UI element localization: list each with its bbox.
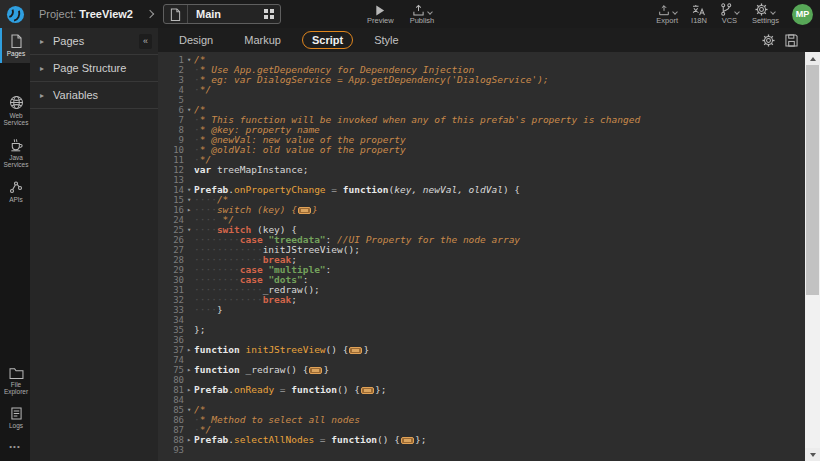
folded-code-icon[interactable] [298,207,311,214]
fold-gutter [184,295,194,305]
rail-label: Pages [7,50,25,57]
tab-script[interactable]: Script [302,31,353,49]
preview-button[interactable]: Preview [367,3,394,25]
line-number: 88 [158,435,184,445]
fold-toggle-icon[interactable]: ▸ [184,345,194,355]
line-number: 27 [158,245,184,255]
app-logo[interactable] [0,0,30,28]
sidebar-item-java-services[interactable]: Java Services [0,132,30,174]
folded-code-icon[interactable] [361,387,374,394]
folded-code-icon[interactable] [401,437,414,444]
logs-icon [11,407,22,420]
code-text: ·*/ [194,85,211,95]
more-options-icon[interactable]: ••• [0,434,30,461]
line-number: 26 [158,235,184,245]
export-button[interactable]: Export [656,3,678,25]
line-number: 7 [158,115,184,125]
scroll-down-button[interactable] [805,448,820,461]
sidebar-item-web-services[interactable]: Web Services [0,89,30,132]
scroll-up-button[interactable] [805,52,820,65]
fold-gutter [184,275,194,285]
editor-tab-bar: Design Markup Script Style [158,28,820,52]
sidebar-item-file-explorer[interactable]: File Explorer [0,361,30,401]
java-services-icon [9,138,24,152]
line-number: 16 [158,205,184,215]
fold-toggle-icon[interactable]: ▾ [184,105,194,115]
line-number: 29 [158,265,184,275]
code-line: 35}; [158,325,820,335]
publish-icon [412,4,425,16]
fold-toggle-icon[interactable]: ▾ [184,55,194,65]
user-avatar[interactable]: MP [792,4,813,25]
rail-label: Web Services [4,112,29,127]
tab-style[interactable]: Style [364,31,408,49]
fold-toggle-icon[interactable]: ▸ [184,385,194,395]
gear-icon [755,3,768,16]
code-text: ·* eg: var DialogService = App.getDepend… [194,75,549,85]
save-icon[interactable] [785,34,798,47]
editor-settings-gear-icon[interactable] [762,34,775,47]
code-text: Prefab.selectAllNodes = function() {}; [194,435,426,445]
accordion-pages[interactable]: ▸ Pages « [30,28,158,55]
accordion-variables[interactable]: ▸ Variables [30,82,158,109]
fold-toggle-icon[interactable]: ▾ [184,195,194,205]
line-number: 2 [158,65,184,75]
vcs-button[interactable]: VCS [720,3,739,25]
fold-gutter [184,395,194,405]
folded-code-icon[interactable] [309,367,322,374]
fold-toggle-icon[interactable]: ▾ [184,225,194,235]
code-text: }; [194,325,205,335]
chevron-down-icon [771,9,777,15]
publish-button[interactable]: Publish [410,3,435,25]
sidebar-item-apis[interactable]: APIs [0,174,30,209]
translate-icon [692,3,706,16]
accordion-label: Pages [53,35,84,47]
scrollbar-thumb[interactable] [806,65,819,295]
fold-toggle-icon[interactable]: ▸ [184,435,194,445]
line-number: 81 [158,385,184,395]
page-selector[interactable]: Main [163,4,281,24]
panel-collapse-button[interactable]: « [139,34,152,49]
i18n-button[interactable]: I18N [691,3,707,25]
project-breadcrumb: Project: TreeView2 [39,8,133,20]
tab-markup[interactable]: Markup [234,31,291,49]
fold-toggle-icon[interactable]: ▾ [184,405,194,415]
rail-label: Logs [9,422,23,429]
export-label: Export [656,16,678,25]
left-icon-rail: Pages Web Services Java Services APIs Fi… [0,28,30,461]
line-number: 32 [158,295,184,305]
sidebar-item-logs[interactable]: Logs [0,401,30,435]
fold-gutter [184,245,194,255]
fold-toggle-icon[interactable]: ▸ [184,205,194,215]
line-number: 24 [158,215,184,225]
sidebar-item-pages[interactable]: Pages [0,28,30,63]
code-line: 81▸Prefab.onReady = function() {}; [158,385,820,395]
fold-gutter [184,95,194,105]
line-number: 86 [158,415,184,425]
fold-gutter [184,315,194,325]
fold-gutter [184,155,194,165]
line-number: 1 [158,55,184,65]
accordion-page-structure[interactable]: ▸ Page Structure [30,55,158,82]
fold-toggle-icon[interactable]: ▾ [184,185,194,195]
rail-label: File Explorer [4,381,28,396]
arrow-down-icon [810,453,816,457]
code-text: Prefab.onReady = function() {}; [194,385,386,395]
line-number: 8 [158,125,184,135]
tab-design[interactable]: Design [169,31,223,49]
line-number: 11 [158,155,184,165]
line-number: 4 [158,85,184,95]
code-text: Prefab.onPropertyChange = function(key, … [194,185,520,195]
settings-button[interactable]: Settings [752,3,779,25]
code-line: 14▾Prefab.onPropertyChange = function(ke… [158,185,820,195]
editor-scrollbar[interactable] [805,52,820,461]
collapsed-arrow-icon: ▸ [40,91,44,100]
pages-icon [10,34,23,48]
code-line: 86·* Method to select all nodes [158,415,820,425]
folded-code-icon[interactable] [349,347,362,354]
code-editor[interactable]: 1▾/*2·* Use App.getDependency for Depend… [158,52,820,461]
grid-icon[interactable] [258,9,280,19]
fold-toggle-icon[interactable]: ▸ [184,365,194,375]
line-number: 3 [158,75,184,85]
line-number: 5 [158,95,184,105]
